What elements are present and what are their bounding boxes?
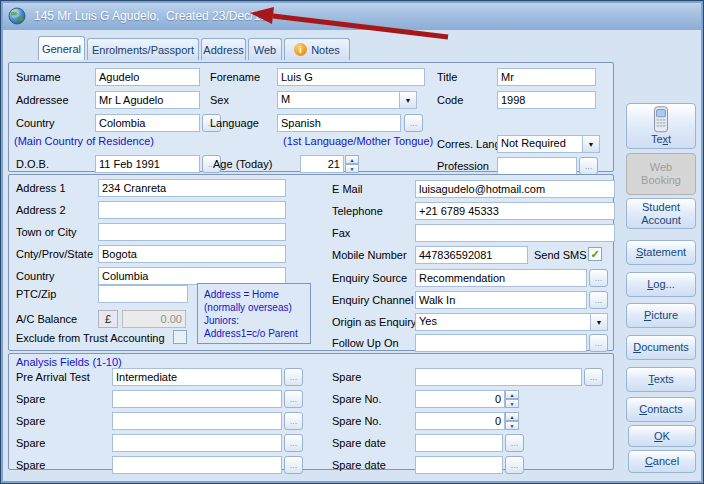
student-account-button[interactable]: Student Account [626,198,696,229]
age-field[interactable] [300,155,344,173]
pre-arrival-test-field[interactable] [112,368,282,386]
fax-field[interactable] [415,224,615,242]
chevron-down-icon[interactable]: ▼ [582,136,599,152]
enquiry-source-lookup-button[interactable]: ... [589,269,608,287]
language-field[interactable] [277,114,401,132]
check-icon: ✓ [590,248,599,261]
picture-button[interactable]: Picture [626,303,696,328]
cancel-button[interactable]: Cancel [628,450,696,473]
spinner-up-icon[interactable]: ▲ [345,155,359,164]
enquiry-channel-lookup-button[interactable]: ... [589,291,608,309]
dob-field[interactable] [95,155,200,173]
corres-lang-dropdown[interactable]: Not Required ▼ [497,135,600,153]
forename-field[interactable] [277,68,425,86]
tab-enrolments-passport[interactable]: Enrolments/Passport [87,38,199,60]
title-bar[interactable]: 145 Mr Luis G Agudelo, Created 23/Dec/13 [1,1,703,30]
sex-dropdown[interactable]: M ▼ [277,91,417,109]
email-label: E Mail [332,183,363,196]
email-field[interactable] [415,180,615,198]
spinner-up-icon[interactable]: ▲ [505,390,519,399]
addressee-label: Addressee [16,94,69,107]
spare-label: Spare [332,371,361,384]
statement-button[interactable]: Statement [626,240,696,265]
ok-button[interactable]: OK [628,425,696,447]
age-stepper[interactable]: ▲ ▼ [345,155,359,173]
send-sms-label: Send SMS [534,249,587,262]
tab-web[interactable]: Web [248,38,282,60]
pre-arrival-lookup-button[interactable]: ... [284,368,303,386]
age-label: Age (Today) [213,158,272,171]
sex-value: M [278,92,399,108]
spinner-down-icon[interactable]: ▼ [505,421,519,430]
spinner-down-icon[interactable]: ▼ [345,164,359,173]
spare-field[interactable] [112,434,282,452]
spare-lookup-button[interactable]: ... [284,434,303,452]
chevron-down-icon[interactable]: ▼ [590,314,607,330]
spare-field[interactable] [112,390,282,408]
spare-date-field[interactable] [415,456,503,474]
tab-address[interactable]: Address [201,38,246,60]
web-booking-line2: Booking [641,174,681,187]
enquiry-source-field[interactable] [415,269,587,287]
language-note: (1st Language/Mother Tongue) [283,135,433,148]
spare-lookup-button[interactable]: ... [284,412,303,430]
info-icon: i [294,43,307,56]
profession-field[interactable] [497,157,577,175]
send-sms-checkbox[interactable]: ✓ [588,247,602,261]
spare-lookup-button[interactable]: ... [284,390,303,408]
county-field[interactable] [98,245,286,263]
tab-enrolments-label: Enrolments/Passport [92,44,194,56]
spinner-down-icon[interactable]: ▼ [505,399,519,408]
addressee-field[interactable] [95,91,200,109]
spinner-up-icon[interactable]: ▲ [505,412,519,421]
info-line: Address1=c/o Parent [204,327,304,340]
language-lookup-button[interactable]: ... [404,114,423,132]
chevron-down-icon[interactable]: ▼ [399,92,416,108]
mobile-label: Mobile Number [332,249,407,262]
title-field[interactable] [497,68,596,86]
spare-no-stepper[interactable]: ▲ ▼ [505,390,519,408]
forename-label: Forename [210,71,260,84]
code-field[interactable] [497,91,596,109]
spare-no-field[interactable] [415,390,505,408]
exclude-trust-checkbox[interactable] [173,330,187,344]
documents-button[interactable]: Documents [626,335,696,360]
spare-no-field[interactable] [415,412,505,430]
text-button-label: Text [651,133,671,146]
student-account-line1: Student [642,201,680,214]
mobile-field[interactable] [415,246,528,264]
origin-enquiry-dropdown[interactable]: Yes ▼ [415,313,608,331]
address2-field[interactable] [98,201,286,219]
surname-field[interactable] [95,68,200,86]
sex-label: Sex [210,94,229,107]
tab-general[interactable]: General [38,36,85,60]
enquiry-channel-label: Enquiry Channel [332,294,413,307]
follow-up-field[interactable] [415,334,587,352]
texts-button[interactable]: Texts [626,367,696,392]
student-account-line2: Account [641,214,681,227]
origin-enquiry-value: Yes [416,314,590,330]
telephone-field[interactable] [415,202,615,220]
country-field[interactable] [95,114,200,132]
spare-lookup-button[interactable]: ... [584,368,603,386]
spare-date-lookup-button[interactable]: ... [505,434,524,452]
tab-notes-label: Notes [311,44,340,56]
spare-field[interactable] [112,456,282,474]
tab-notes[interactable]: i Notes [284,38,350,60]
spare-field[interactable] [415,368,582,386]
text-button[interactable]: Text [626,103,696,149]
town-field[interactable] [98,223,286,241]
address1-field[interactable] [98,179,286,197]
follow-up-lookup-button[interactable]: ... [589,334,608,352]
spare-lookup-button[interactable]: ... [284,456,303,474]
contacts-button[interactable]: Contacts [626,397,696,422]
profession-lookup-button[interactable]: ... [579,157,598,175]
spare-no-stepper[interactable]: ▲ ▼ [505,412,519,430]
ptc-zip-field[interactable] [98,285,188,303]
spare-date-lookup-button[interactable]: ... [505,456,524,474]
spare-date-field[interactable] [415,434,503,452]
enquiry-channel-field[interactable] [415,291,587,309]
spare-field[interactable] [112,412,282,430]
log-button[interactable]: Log... [626,272,696,297]
address-country-label: Country [16,270,55,283]
